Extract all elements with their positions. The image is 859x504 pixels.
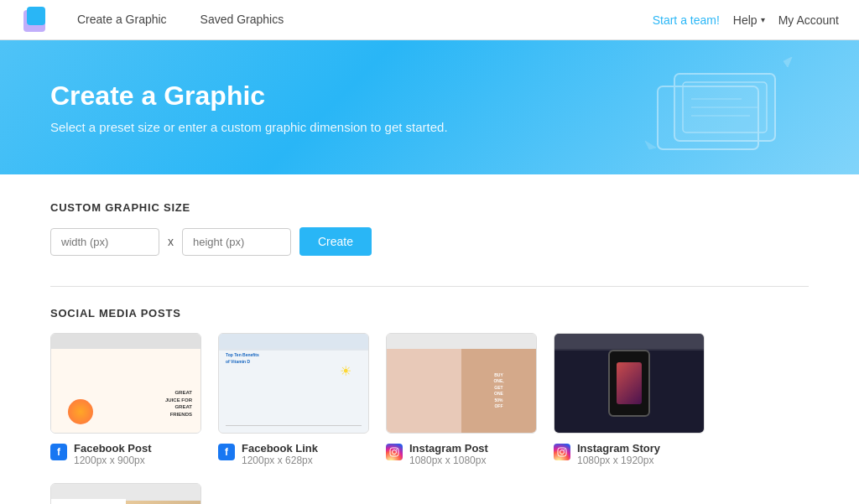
svg-rect-4 xyxy=(658,86,758,149)
nav-create-graphic[interactable]: Create a Graphic xyxy=(64,3,180,38)
instagram-icon xyxy=(386,444,403,460)
linkedin-post-thumbnail: Callingall onlineeditors Get started wit… xyxy=(50,483,201,504)
hero-banner: Create a Graphic Select a preset size or… xyxy=(0,40,859,174)
preset-facebook-link[interactable]: Top Ten Benefitsof Vitamin D ☀ f Faceboo… xyxy=(218,333,369,466)
hero-illustration xyxy=(641,57,809,169)
instagram-post-thumbnail: BUYONE,GETONE50%OFF xyxy=(386,333,537,434)
facebook-link-size: 1200px x 628px xyxy=(242,455,318,466)
instagram-post-info: Instagram Post 1080px x 1080px xyxy=(386,442,488,466)
facebook-post-name: Facebook Post xyxy=(74,442,151,455)
section-divider xyxy=(50,286,809,287)
help-chevron-icon: ▾ xyxy=(761,15,765,24)
instagram-post-name: Instagram Post xyxy=(409,442,488,455)
height-input[interactable] xyxy=(182,228,291,256)
social-media-section: SOCIAL MEDIA POSTS GREATJUICE FORGREATFR… xyxy=(50,307,809,504)
logo[interactable] xyxy=(20,5,50,35)
svg-rect-1 xyxy=(27,7,45,25)
presets-grid: GREATJUICE FORGREATFRIENDS f Facebook Po… xyxy=(50,333,809,504)
preset-instagram-story[interactable]: Instagram Story 1080px x 1920px xyxy=(554,333,705,466)
facebook-link-name: Facebook Link xyxy=(242,442,318,455)
help-label: Help xyxy=(733,13,757,27)
sun-icon: ☀ xyxy=(340,363,351,379)
navbar-links: Create a Graphic Saved Graphics xyxy=(64,3,653,38)
instagram-story-size: 1080px x 1920px xyxy=(577,455,660,466)
svg-marker-9 xyxy=(645,141,656,149)
create-button[interactable]: Create xyxy=(299,227,372,256)
size-separator: x xyxy=(168,235,174,248)
facebook-link-thumbnail: Top Ten Benefitsof Vitamin D ☀ xyxy=(218,333,369,434)
facebook-icon: f xyxy=(50,444,67,460)
main-content: CUSTOM GRAPHIC SIZE x Create SOCIAL MEDI… xyxy=(0,174,859,504)
instagram-post-size: 1080px x 1080px xyxy=(409,455,488,466)
svg-rect-10 xyxy=(390,448,398,456)
navbar-right: Start a team! Help ▾ My Account xyxy=(653,13,839,27)
facebook-link-info: f Facebook Link 1200px x 628px xyxy=(218,442,318,466)
custom-size-label: CUSTOM GRAPHIC SIZE xyxy=(50,201,809,214)
custom-size-row: x Create xyxy=(50,227,809,256)
social-section-label: SOCIAL MEDIA POSTS xyxy=(50,307,809,320)
start-team-link[interactable]: Start a team! xyxy=(653,13,720,27)
my-account-link[interactable]: My Account xyxy=(778,13,839,27)
instagram-story-name: Instagram Story xyxy=(577,442,660,455)
facebook-post-info: f Facebook Post 1200px x 900px xyxy=(50,442,151,466)
help-menu[interactable]: Help ▾ xyxy=(733,13,765,27)
preset-instagram-post[interactable]: BUYONE,GETONE50%OFF Instagram Post 1080p… xyxy=(386,333,537,466)
preset-facebook-post[interactable]: GREATJUICE FORGREATFRIENDS f Facebook Po… xyxy=(50,333,201,466)
svg-point-11 xyxy=(393,450,397,455)
facebook-post-size: 1200px x 900px xyxy=(74,455,151,466)
instagram-story-thumbnail xyxy=(554,333,705,434)
nav-saved-graphics[interactable]: Saved Graphics xyxy=(187,3,298,38)
preset-linkedin-post[interactable]: Callingall onlineeditors Get started wit… xyxy=(50,483,201,504)
svg-point-15 xyxy=(564,449,565,451)
facebook-link-icon: f xyxy=(218,444,235,460)
svg-marker-8 xyxy=(784,57,792,67)
navbar: Create a Graphic Saved Graphics Start a … xyxy=(0,0,859,40)
instagram-story-info: Instagram Story 1080px x 1920px xyxy=(554,442,660,466)
instagram-story-icon xyxy=(554,444,570,460)
svg-point-14 xyxy=(560,450,565,455)
custom-size-section: CUSTOM GRAPHIC SIZE x Create xyxy=(50,201,809,256)
svg-point-12 xyxy=(396,449,398,451)
facebook-post-thumbnail: GREATJUICE FORGREATFRIENDS xyxy=(50,333,201,434)
svg-rect-13 xyxy=(558,448,566,456)
width-input[interactable] xyxy=(50,228,159,256)
